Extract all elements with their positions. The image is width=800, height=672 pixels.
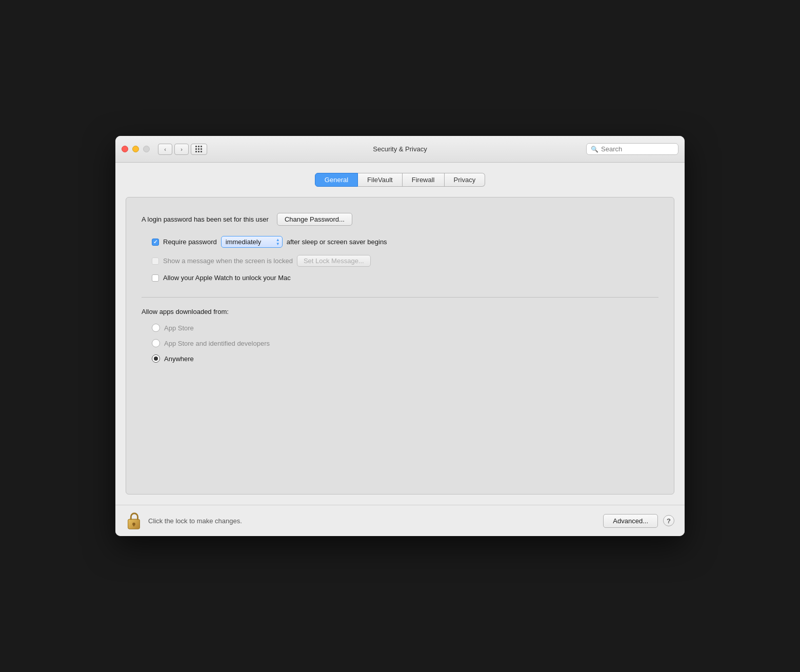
- close-button[interactable]: [122, 146, 128, 152]
- change-password-button[interactable]: Change Password...: [277, 213, 352, 226]
- window-title: Security & Privacy: [373, 145, 427, 153]
- help-button[interactable]: ?: [663, 515, 674, 526]
- forward-button[interactable]: ›: [174, 144, 189, 155]
- show-message-label: Show a message when the screen is locked: [163, 257, 293, 265]
- apple-watch-checkbox[interactable]: [152, 274, 159, 282]
- advanced-button[interactable]: Advanced...: [603, 514, 658, 528]
- radio-app-store[interactable]: [152, 324, 160, 332]
- radio-label-app-store-identified: App Store and identified developers: [164, 340, 270, 347]
- require-password-dropdown[interactable]: immediately 5 seconds 1 minute 5 minutes: [221, 236, 283, 248]
- grid-button[interactable]: [191, 144, 207, 155]
- minimize-button[interactable]: [132, 146, 139, 152]
- require-password-label: Require password: [163, 238, 217, 246]
- require-password-after-label: after sleep or screen saver begins: [287, 238, 387, 246]
- show-message-checkbox[interactable]: [152, 258, 159, 265]
- require-password-row: Require password immediately 5 seconds 1…: [152, 236, 658, 248]
- lock-icon[interactable]: [126, 511, 142, 530]
- nav-buttons: ‹ ›: [158, 144, 189, 155]
- radio-row-anywhere: Anywhere: [152, 354, 658, 363]
- main-window: ‹ › Security & Privacy 🔍 General FileVau…: [115, 136, 685, 536]
- lock-text: Click the lock to make changes.: [148, 517, 603, 525]
- grid-icon: [195, 146, 203, 153]
- show-message-row: Show a message when the screen is locked…: [152, 255, 658, 267]
- footer: Click the lock to make changes. Advanced…: [115, 505, 685, 536]
- tab-privacy[interactable]: Privacy: [445, 173, 486, 187]
- search-bar[interactable]: 🔍: [586, 143, 678, 155]
- apple-watch-label: Allow your Apple Watch to unlock your Ma…: [163, 274, 291, 282]
- titlebar: ‹ › Security & Privacy 🔍: [115, 136, 685, 163]
- back-button[interactable]: ‹: [158, 144, 172, 155]
- maximize-button[interactable]: [143, 146, 150, 152]
- radio-group: App Store App Store and identified devel…: [152, 324, 658, 363]
- tab-general[interactable]: General: [315, 173, 358, 187]
- allow-apps-title: Allow apps downloaded from:: [142, 308, 658, 315]
- login-password-label: A login password has been set for this u…: [142, 215, 269, 223]
- tab-bar: General FileVault Firewall Privacy: [126, 173, 674, 187]
- tab-filevault[interactable]: FileVault: [358, 173, 403, 187]
- radio-row-app-store-identified: App Store and identified developers: [152, 339, 658, 347]
- login-password-section: A login password has been set for this u…: [142, 213, 658, 226]
- tab-firewall[interactable]: Firewall: [403, 173, 445, 187]
- require-password-checkbox[interactable]: [152, 239, 159, 246]
- radio-label-app-store: App Store: [164, 324, 194, 332]
- apple-watch-row: Allow your Apple Watch to unlock your Ma…: [152, 274, 658, 282]
- search-input[interactable]: [601, 145, 674, 153]
- section-divider: [142, 297, 658, 298]
- content-area: General FileVault Firewall Privacy A log…: [115, 163, 685, 505]
- require-password-dropdown-wrapper: immediately 5 seconds 1 minute 5 minutes…: [221, 236, 283, 248]
- svg-rect-3: [133, 524, 134, 527]
- radio-label-anywhere: Anywhere: [164, 355, 194, 363]
- radio-anywhere[interactable]: [152, 354, 160, 363]
- radio-row-app-store: App Store: [152, 324, 658, 332]
- traffic-lights: [122, 146, 150, 152]
- allow-apps-section: Allow apps downloaded from: App Store Ap…: [142, 308, 658, 363]
- settings-panel: A login password has been set for this u…: [126, 197, 674, 495]
- set-lock-message-button: Set Lock Message...: [297, 255, 371, 267]
- search-icon: 🔍: [591, 146, 598, 153]
- radio-app-store-identified[interactable]: [152, 339, 160, 347]
- checkboxes-section: Require password immediately 5 seconds 1…: [152, 236, 658, 282]
